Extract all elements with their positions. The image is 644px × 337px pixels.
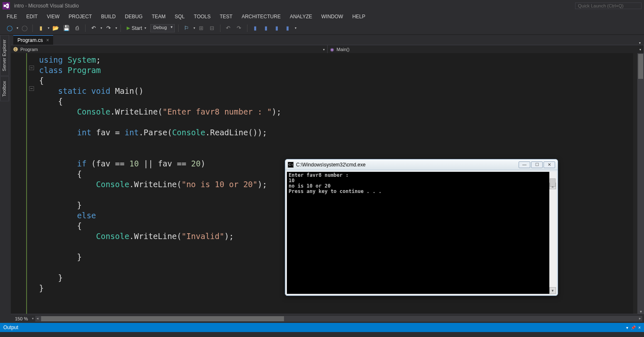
- scroll-down-icon[interactable]: ▾: [637, 309, 644, 314]
- nav-back-button[interactable]: ◯: [5, 24, 14, 33]
- redo-button[interactable]: ↷: [104, 24, 113, 33]
- menu-bar: FILE EDIT VIEW PROJECT BUILD DEBUG TEAM …: [0, 12, 644, 22]
- close-button[interactable]: ✕: [544, 161, 555, 168]
- start-button[interactable]: ▶ Start ▾: [124, 24, 149, 32]
- separator: [85, 24, 86, 32]
- menu-project[interactable]: PROJECT: [64, 12, 96, 21]
- dropdown-arrow-icon[interactable]: ▾: [295, 26, 296, 30]
- document-tabs: Program.cs × ▾: [0, 35, 644, 45]
- scroll-thumb[interactable]: [41, 316, 284, 321]
- dropdown-arrow-icon[interactable]: ▾: [32, 317, 34, 320]
- toolbar: ◯ ▾ ◯ ▮ ▾ 📂 💾 ⎙ ↶ ▾ ↷ ▾ ▶ Start ▾ Debug …: [0, 22, 644, 35]
- menu-view[interactable]: VIEW: [43, 12, 64, 21]
- save-all-button[interactable]: ⎙: [73, 24, 82, 33]
- close-icon[interactable]: ×: [638, 325, 641, 330]
- scroll-down-icon[interactable]: ▼: [549, 287, 556, 294]
- menu-tools[interactable]: TOOLS: [190, 12, 215, 21]
- maximize-button[interactable]: ☐: [531, 161, 543, 168]
- fold-icon[interactable]: −: [29, 66, 34, 70]
- bookmark-icon[interactable]: ▮: [262, 24, 271, 33]
- zoom-bar: 150 % ▾ ◂ ▸: [11, 314, 644, 323]
- title-bar: intro - Microsoft Visual Studio Quick La…: [0, 0, 644, 12]
- dropdown-arrow-icon: ▾: [144, 26, 146, 30]
- close-icon[interactable]: ×: [46, 37, 49, 43]
- separator: [247, 24, 247, 32]
- overview-ruler: [633, 53, 637, 314]
- minimize-button[interactable]: —: [519, 161, 530, 168]
- vertical-scrollbar[interactable]: ▴ ▾: [637, 53, 644, 314]
- console-titlebar[interactable]: C:\ C:\Windows\system32\cmd.exe — ☐ ✕: [285, 159, 558, 170]
- method-name: Main(): [337, 47, 350, 52]
- dropdown-arrow-icon: ▾: [323, 48, 325, 51]
- console-scrollbar[interactable]: ▲ ▼: [549, 172, 556, 294]
- tool-icon[interactable]: ↷: [235, 24, 244, 33]
- start-label: Start: [132, 25, 142, 31]
- method-dropdown[interactable]: ◉ Main() ▾: [328, 45, 644, 54]
- tool-icon[interactable]: ⚐: [182, 24, 191, 33]
- console-output[interactable]: Enter favr8 number : 10 no is 10 or 20 P…: [287, 172, 556, 294]
- config-select[interactable]: Debug: [150, 24, 174, 32]
- bookmark-icon[interactable]: ▮: [251, 24, 260, 33]
- scroll-right-icon[interactable]: ▸: [638, 316, 642, 321]
- side-tabs: Server Explorer Toolbox: [0, 35, 9, 101]
- undo-button[interactable]: ↶: [89, 24, 98, 33]
- save-button[interactable]: 💾: [62, 24, 71, 33]
- bookmark-icon[interactable]: ▮: [272, 24, 282, 33]
- menu-team[interactable]: TEAM: [147, 12, 169, 21]
- new-project-button[interactable]: ▮: [36, 24, 45, 33]
- dropdown-arrow-icon[interactable]: ▾: [193, 26, 195, 30]
- pin-icon[interactable]: 📌: [631, 325, 636, 330]
- separator: [32, 24, 33, 32]
- quick-launch-input[interactable]: Quick Launch (Ctrl+Q): [575, 2, 642, 9]
- scroll-thumb[interactable]: [638, 54, 643, 79]
- tab-label: Program.cs: [17, 37, 43, 43]
- dropdown-arrow-icon[interactable]: ▾: [100, 26, 102, 30]
- nav-forward-button[interactable]: ◯: [20, 24, 29, 33]
- menu-help[interactable]: HELP: [348, 12, 369, 21]
- menu-test[interactable]: TEST: [215, 12, 237, 21]
- bookmark-icon[interactable]: ▮: [283, 24, 292, 33]
- dropdown-arrow-icon[interactable]: ▾: [639, 41, 641, 45]
- console-title: C:\Windows\system32\cmd.exe: [296, 162, 516, 168]
- comment-button[interactable]: ⊞: [197, 24, 206, 33]
- zoom-level[interactable]: 150 %: [12, 316, 30, 321]
- scroll-left-icon[interactable]: ◂: [35, 316, 40, 321]
- editor-gutter: − −: [11, 53, 29, 314]
- menu-file[interactable]: FILE: [2, 12, 21, 21]
- uncomment-button[interactable]: ⊟: [208, 24, 217, 33]
- output-panel-header[interactable]: Output ▾ 📌 ×: [0, 323, 644, 332]
- menu-architecture[interactable]: ARCHITECTURE: [238, 12, 285, 21]
- class-name: Program: [20, 47, 38, 52]
- method-icon: ◉: [330, 47, 334, 52]
- document-tab-active[interactable]: Program.cs ×: [13, 35, 53, 45]
- menu-edit[interactable]: EDIT: [22, 12, 42, 21]
- separator: [120, 24, 121, 32]
- menu-build[interactable]: BUILD: [97, 12, 120, 21]
- scroll-thumb[interactable]: [550, 178, 556, 187]
- output-title: Output: [3, 325, 18, 330]
- server-explorer-tab[interactable]: Server Explorer: [0, 35, 9, 76]
- separator: [178, 24, 179, 32]
- play-icon: ▶: [127, 25, 130, 31]
- fold-icon[interactable]: −: [29, 86, 34, 91]
- class-dropdown[interactable]: 🅒 Program ▾: [11, 45, 328, 54]
- open-file-button[interactable]: 📂: [51, 24, 60, 33]
- separator: [220, 24, 220, 32]
- menu-sql[interactable]: SQL: [171, 12, 189, 21]
- horizontal-scrollbar[interactable]: ◂ ▸: [35, 316, 642, 322]
- dropdown-arrow-icon: ▾: [639, 48, 641, 51]
- cmd-icon: C:\: [288, 162, 294, 168]
- console-window[interactable]: C:\ C:\Windows\system32\cmd.exe — ☐ ✕ En…: [285, 159, 558, 296]
- dropdown-arrow-icon[interactable]: ▾: [115, 26, 117, 30]
- tool-icon[interactable]: ↶: [224, 24, 233, 33]
- class-icon: 🅒: [13, 47, 18, 52]
- menu-debug[interactable]: DEBUG: [121, 12, 147, 21]
- dropdown-arrow-icon[interactable]: ▾: [626, 325, 628, 330]
- nav-bar: 🅒 Program ▾ ◉ Main() ▾: [11, 45, 644, 54]
- vs-logo-icon: [2, 2, 10, 10]
- menu-window[interactable]: WINDOW: [317, 12, 348, 21]
- menu-analyze[interactable]: ANALYZE: [286, 12, 316, 21]
- dropdown-arrow-icon[interactable]: ▾: [17, 26, 18, 30]
- dropdown-arrow-icon[interactable]: ▾: [48, 26, 49, 30]
- toolbox-tab[interactable]: Toolbox: [0, 76, 9, 101]
